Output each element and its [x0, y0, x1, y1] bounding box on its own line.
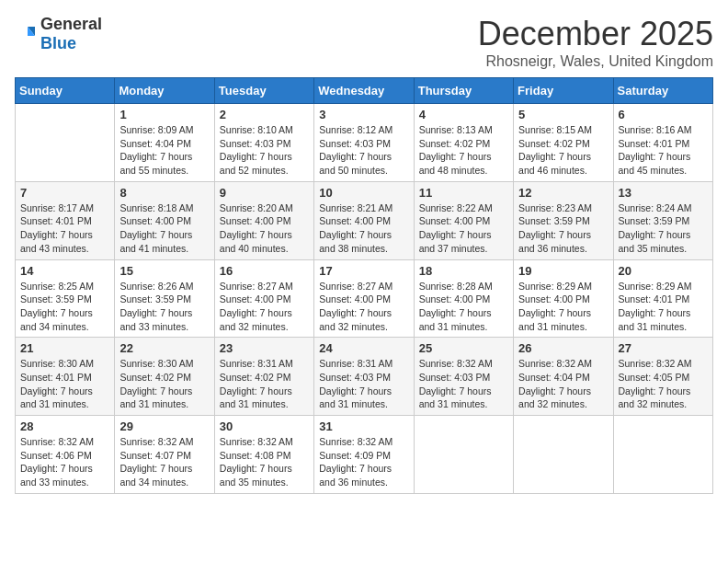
- header: General Blue December 2025 Rhosneigr, Wa…: [15, 15, 713, 70]
- day-detail: Sunrise: 8:31 AMSunset: 4:03 PMDaylight:…: [319, 357, 408, 411]
- calendar-cell: 19Sunrise: 8:29 AMSunset: 4:00 PMDayligh…: [514, 259, 613, 338]
- day-detail: Sunrise: 8:32 AMSunset: 4:07 PMDaylight:…: [119, 435, 209, 489]
- calendar-cell: 23Sunrise: 8:31 AMSunset: 4:02 PMDayligh…: [214, 338, 313, 416]
- day-number: 20: [619, 264, 708, 278]
- day-detail: Sunrise: 8:17 AMSunset: 4:01 PMDaylight:…: [20, 201, 109, 256]
- day-number: 31: [319, 419, 408, 433]
- calendar-cell: 27Sunrise: 8:32 AMSunset: 4:05 PMDayligh…: [613, 338, 712, 416]
- day-number: 25: [419, 341, 508, 355]
- calendar-cell: 22Sunrise: 8:30 AMSunset: 4:02 PMDayligh…: [115, 338, 214, 416]
- day-number: 8: [119, 186, 209, 200]
- day-number: 23: [220, 341, 309, 355]
- day-number: 12: [518, 186, 608, 200]
- month-title: December 2025: [478, 15, 713, 53]
- calendar-cell: 8Sunrise: 8:18 AMSunset: 4:00 PMDaylight…: [115, 181, 214, 259]
- day-number: 5: [518, 108, 608, 121]
- calendar-cell: 11Sunrise: 8:22 AMSunset: 4:00 PMDayligh…: [414, 181, 513, 259]
- calendar-cell: 7Sunrise: 8:17 AMSunset: 4:01 PMDaylight…: [16, 181, 115, 259]
- day-detail: Sunrise: 8:26 AMSunset: 3:59 PMDaylight:…: [119, 280, 209, 334]
- day-detail: Sunrise: 8:18 AMSunset: 4:00 PMDaylight:…: [119, 201, 209, 256]
- day-detail: Sunrise: 8:30 AMSunset: 4:01 PMDaylight:…: [20, 357, 109, 411]
- location-title: Rhosneigr, Wales, United Kingdom: [478, 53, 713, 70]
- calendar-header-row: SundayMondayTuesdayWednesdayThursdayFrid…: [16, 78, 713, 104]
- calendar-header-monday: Monday: [115, 78, 214, 104]
- day-number: 28: [20, 419, 109, 433]
- day-detail: Sunrise: 8:32 AMSunset: 4:08 PMDaylight:…: [220, 435, 309, 489]
- day-detail: Sunrise: 8:29 AMSunset: 4:00 PMDaylight:…: [518, 280, 608, 334]
- day-number: 17: [319, 264, 408, 278]
- day-number: 6: [619, 108, 708, 121]
- day-detail: Sunrise: 8:10 AMSunset: 4:03 PMDaylight:…: [220, 123, 309, 178]
- day-detail: Sunrise: 8:32 AMSunset: 4:05 PMDaylight:…: [619, 357, 708, 411]
- calendar-cell: 18Sunrise: 8:28 AMSunset: 4:00 PMDayligh…: [414, 259, 513, 338]
- day-detail: Sunrise: 8:25 AMSunset: 3:59 PMDaylight:…: [20, 280, 109, 334]
- day-detail: Sunrise: 8:28 AMSunset: 4:00 PMDaylight:…: [419, 280, 508, 334]
- calendar-week-row: 28Sunrise: 8:32 AMSunset: 4:06 PMDayligh…: [16, 416, 713, 494]
- calendar-cell: 13Sunrise: 8:24 AMSunset: 3:59 PMDayligh…: [613, 181, 712, 259]
- calendar-cell: 5Sunrise: 8:15 AMSunset: 4:02 PMDaylight…: [514, 104, 613, 182]
- calendar-cell: 2Sunrise: 8:10 AMSunset: 4:03 PMDaylight…: [214, 104, 313, 182]
- calendar-cell: 4Sunrise: 8:13 AMSunset: 4:02 PMDaylight…: [414, 104, 513, 182]
- title-area: December 2025 Rhosneigr, Wales, United K…: [478, 15, 713, 70]
- day-detail: Sunrise: 8:23 AMSunset: 3:59 PMDaylight:…: [518, 201, 608, 256]
- day-number: 13: [619, 186, 708, 200]
- day-number: 1: [119, 108, 209, 121]
- calendar-week-row: 7Sunrise: 8:17 AMSunset: 4:01 PMDaylight…: [16, 181, 713, 259]
- calendar-cell: 24Sunrise: 8:31 AMSunset: 4:03 PMDayligh…: [314, 338, 414, 416]
- logo-text: General Blue: [40, 15, 102, 53]
- day-number: 4: [419, 108, 508, 121]
- calendar-cell: 28Sunrise: 8:32 AMSunset: 4:06 PMDayligh…: [16, 416, 115, 494]
- day-detail: Sunrise: 8:32 AMSunset: 4:04 PMDaylight:…: [518, 357, 608, 411]
- day-number: 11: [419, 186, 508, 200]
- day-number: 7: [20, 186, 109, 200]
- day-detail: Sunrise: 8:20 AMSunset: 4:00 PMDaylight:…: [220, 201, 309, 256]
- calendar-cell: 31Sunrise: 8:32 AMSunset: 4:09 PMDayligh…: [314, 416, 414, 494]
- calendar-cell: [414, 416, 513, 494]
- logo-blue: Blue: [40, 34, 76, 52]
- day-detail: Sunrise: 8:16 AMSunset: 4:01 PMDaylight:…: [619, 123, 708, 178]
- calendar: SundayMondayTuesdayWednesdayThursdayFrid…: [15, 77, 713, 494]
- day-detail: Sunrise: 8:27 AMSunset: 4:00 PMDaylight:…: [220, 280, 309, 334]
- day-number: 22: [119, 341, 209, 355]
- day-number: 26: [518, 341, 608, 355]
- calendar-header-friday: Friday: [514, 78, 613, 104]
- calendar-cell: 17Sunrise: 8:27 AMSunset: 4:00 PMDayligh…: [314, 259, 414, 338]
- calendar-cell: 21Sunrise: 8:30 AMSunset: 4:01 PMDayligh…: [16, 338, 115, 416]
- day-number: 24: [319, 341, 408, 355]
- day-detail: Sunrise: 8:27 AMSunset: 4:00 PMDaylight:…: [319, 280, 408, 334]
- calendar-cell: 6Sunrise: 8:16 AMSunset: 4:01 PMDaylight…: [613, 104, 712, 182]
- day-number: 15: [119, 264, 209, 278]
- day-number: 30: [220, 419, 309, 433]
- logo-general: General: [40, 15, 102, 33]
- day-number: 16: [220, 264, 309, 278]
- day-number: 19: [518, 264, 608, 278]
- day-number: 27: [619, 341, 708, 355]
- calendar-cell: 9Sunrise: 8:20 AMSunset: 4:00 PMDaylight…: [214, 181, 313, 259]
- day-detail: Sunrise: 8:29 AMSunset: 4:01 PMDaylight:…: [619, 280, 708, 334]
- calendar-header-sunday: Sunday: [16, 78, 115, 104]
- day-number: 3: [319, 108, 408, 121]
- calendar-cell: 15Sunrise: 8:26 AMSunset: 3:59 PMDayligh…: [115, 259, 214, 338]
- day-detail: Sunrise: 8:32 AMSunset: 4:09 PMDaylight:…: [319, 435, 408, 489]
- calendar-cell: 16Sunrise: 8:27 AMSunset: 4:00 PMDayligh…: [214, 259, 313, 338]
- day-detail: Sunrise: 8:22 AMSunset: 4:00 PMDaylight:…: [419, 201, 508, 256]
- calendar-header-tuesday: Tuesday: [214, 78, 313, 104]
- calendar-cell: 20Sunrise: 8:29 AMSunset: 4:01 PMDayligh…: [613, 259, 712, 338]
- day-detail: Sunrise: 8:30 AMSunset: 4:02 PMDaylight:…: [119, 357, 209, 411]
- calendar-cell: 1Sunrise: 8:09 AMSunset: 4:04 PMDaylight…: [115, 104, 214, 182]
- calendar-cell: [16, 104, 115, 182]
- calendar-cell: 30Sunrise: 8:32 AMSunset: 4:08 PMDayligh…: [214, 416, 313, 494]
- calendar-week-row: 21Sunrise: 8:30 AMSunset: 4:01 PMDayligh…: [16, 338, 713, 416]
- calendar-cell: 10Sunrise: 8:21 AMSunset: 4:00 PMDayligh…: [314, 181, 414, 259]
- calendar-header-wednesday: Wednesday: [314, 78, 414, 104]
- calendar-header-thursday: Thursday: [414, 78, 513, 104]
- calendar-cell: 3Sunrise: 8:12 AMSunset: 4:03 PMDaylight…: [314, 104, 414, 182]
- calendar-cell: [613, 416, 712, 494]
- day-detail: Sunrise: 8:09 AMSunset: 4:04 PMDaylight:…: [119, 123, 209, 178]
- logo-icon: [15, 23, 37, 45]
- day-number: 18: [419, 264, 508, 278]
- day-number: 9: [220, 186, 309, 200]
- calendar-cell: 29Sunrise: 8:32 AMSunset: 4:07 PMDayligh…: [115, 416, 214, 494]
- calendar-cell: 26Sunrise: 8:32 AMSunset: 4:04 PMDayligh…: [514, 338, 613, 416]
- day-detail: Sunrise: 8:15 AMSunset: 4:02 PMDaylight:…: [518, 123, 608, 178]
